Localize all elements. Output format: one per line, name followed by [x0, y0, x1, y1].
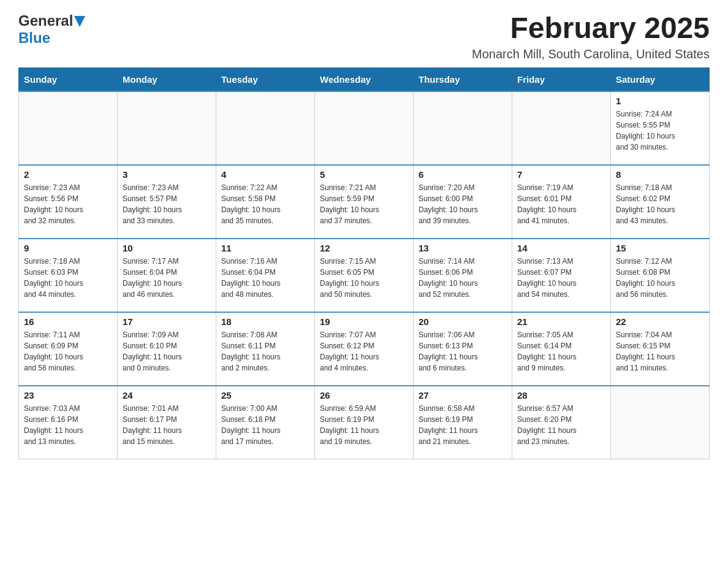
calendar-cell: 4Sunrise: 7:22 AM Sunset: 5:58 PM Daylig…	[216, 165, 315, 239]
day-info: Sunrise: 7:06 AM Sunset: 6:13 PM Dayligh…	[419, 329, 507, 373]
calendar-cell: 26Sunrise: 6:59 AM Sunset: 6:19 PM Dayli…	[315, 386, 414, 459]
day-number: 20	[419, 316, 507, 327]
calendar-table: SundayMondayTuesdayWednesdayThursdayFrid…	[18, 67, 710, 460]
day-info: Sunrise: 7:04 AM Sunset: 6:15 PM Dayligh…	[616, 329, 704, 373]
calendar-cell: 20Sunrise: 7:06 AM Sunset: 6:13 PM Dayli…	[414, 312, 512, 386]
day-number: 24	[123, 390, 211, 400]
calendar-cell: 14Sunrise: 7:13 AM Sunset: 6:07 PM Dayli…	[512, 239, 611, 312]
calendar-cell	[512, 91, 611, 165]
day-info: Sunrise: 6:57 AM Sunset: 6:20 PM Dayligh…	[517, 403, 605, 447]
calendar-cell: 1Sunrise: 7:24 AM Sunset: 5:55 PM Daylig…	[611, 91, 710, 165]
day-info: Sunrise: 7:01 AM Sunset: 6:17 PM Dayligh…	[123, 403, 211, 447]
calendar-cell	[611, 386, 710, 459]
day-number: 9	[24, 243, 112, 253]
day-info: Sunrise: 7:19 AM Sunset: 6:01 PM Dayligh…	[517, 182, 605, 226]
day-info: Sunrise: 7:16 AM Sunset: 6:04 PM Dayligh…	[221, 256, 309, 300]
week-row-2: 2Sunrise: 7:23 AM Sunset: 5:56 PM Daylig…	[19, 165, 710, 239]
calendar-cell: 13Sunrise: 7:14 AM Sunset: 6:06 PM Dayli…	[414, 239, 512, 312]
calendar-cell: 8Sunrise: 7:18 AM Sunset: 6:02 PM Daylig…	[611, 165, 710, 239]
month-title: February 2025	[472, 12, 710, 45]
day-info: Sunrise: 7:20 AM Sunset: 6:00 PM Dayligh…	[419, 182, 507, 226]
day-number: 15	[616, 243, 704, 253]
day-info: Sunrise: 7:23 AM Sunset: 5:56 PM Dayligh…	[24, 182, 112, 226]
calendar-cell: 2Sunrise: 7:23 AM Sunset: 5:56 PM Daylig…	[19, 165, 118, 239]
weekday-header-saturday: Saturday	[611, 67, 710, 91]
day-number: 23	[24, 390, 112, 400]
calendar-cell	[118, 91, 216, 165]
day-number: 14	[517, 243, 605, 253]
logo: General Blue	[18, 12, 85, 47]
calendar-cell: 11Sunrise: 7:16 AM Sunset: 6:04 PM Dayli…	[216, 239, 315, 312]
calendar-cell: 9Sunrise: 7:18 AM Sunset: 6:03 PM Daylig…	[19, 239, 118, 312]
day-number: 2	[24, 169, 112, 180]
day-number: 26	[320, 390, 408, 400]
day-number: 5	[320, 169, 408, 180]
day-info: Sunrise: 7:18 AM Sunset: 6:02 PM Dayligh…	[616, 182, 704, 226]
day-info: Sunrise: 6:59 AM Sunset: 6:19 PM Dayligh…	[320, 403, 408, 447]
day-number: 3	[123, 169, 211, 180]
day-number: 17	[123, 316, 211, 327]
day-number: 11	[221, 243, 309, 253]
svg-marker-0	[74, 16, 85, 27]
weekday-header-monday: Monday	[118, 67, 216, 91]
day-number: 18	[221, 316, 309, 327]
page-header: General Blue February 2025 Monarch Mill,…	[18, 12, 710, 61]
week-row-4: 16Sunrise: 7:11 AM Sunset: 6:09 PM Dayli…	[19, 312, 710, 386]
day-info: Sunrise: 7:15 AM Sunset: 6:05 PM Dayligh…	[320, 256, 408, 300]
day-number: 22	[616, 316, 704, 327]
day-number: 25	[221, 390, 309, 400]
day-number: 6	[419, 169, 507, 180]
weekday-header-tuesday: Tuesday	[216, 67, 315, 91]
calendar-cell: 28Sunrise: 6:57 AM Sunset: 6:20 PM Dayli…	[512, 386, 611, 459]
calendar-cell: 16Sunrise: 7:11 AM Sunset: 6:09 PM Dayli…	[19, 312, 118, 386]
week-row-5: 23Sunrise: 7:03 AM Sunset: 6:16 PM Dayli…	[19, 386, 710, 459]
calendar-cell: 12Sunrise: 7:15 AM Sunset: 6:05 PM Dayli…	[315, 239, 414, 312]
day-info: Sunrise: 7:08 AM Sunset: 6:11 PM Dayligh…	[221, 329, 309, 373]
title-area: February 2025 Monarch Mill, South Caroli…	[472, 12, 710, 61]
weekday-header-friday: Friday	[512, 67, 611, 91]
calendar-cell	[414, 91, 512, 165]
logo-general-text: General	[18, 12, 73, 29]
day-number: 7	[517, 169, 605, 180]
calendar-cell: 10Sunrise: 7:17 AM Sunset: 6:04 PM Dayli…	[118, 239, 216, 312]
calendar-cell: 22Sunrise: 7:04 AM Sunset: 6:15 PM Dayli…	[611, 312, 710, 386]
week-row-1: 1Sunrise: 7:24 AM Sunset: 5:55 PM Daylig…	[19, 91, 710, 165]
day-number: 12	[320, 243, 408, 253]
calendar-cell	[216, 91, 315, 165]
calendar-cell: 23Sunrise: 7:03 AM Sunset: 6:16 PM Dayli…	[19, 386, 118, 459]
day-number: 1	[616, 96, 704, 106]
day-info: Sunrise: 7:18 AM Sunset: 6:03 PM Dayligh…	[24, 256, 112, 300]
calendar-cell: 25Sunrise: 7:00 AM Sunset: 6:18 PM Dayli…	[216, 386, 315, 459]
calendar-cell	[315, 91, 414, 165]
day-info: Sunrise: 7:00 AM Sunset: 6:18 PM Dayligh…	[221, 403, 309, 447]
calendar-cell: 24Sunrise: 7:01 AM Sunset: 6:17 PM Dayli…	[118, 386, 216, 459]
day-number: 28	[517, 390, 605, 400]
day-info: Sunrise: 7:05 AM Sunset: 6:14 PM Dayligh…	[517, 329, 605, 373]
day-info: Sunrise: 7:13 AM Sunset: 6:07 PM Dayligh…	[517, 256, 605, 300]
day-info: Sunrise: 7:07 AM Sunset: 6:12 PM Dayligh…	[320, 329, 408, 373]
calendar-cell: 27Sunrise: 6:58 AM Sunset: 6:19 PM Dayli…	[414, 386, 512, 459]
calendar-cell: 17Sunrise: 7:09 AM Sunset: 6:10 PM Dayli…	[118, 312, 216, 386]
day-info: Sunrise: 7:14 AM Sunset: 6:06 PM Dayligh…	[419, 256, 507, 300]
logo-blue-text: Blue	[18, 29, 50, 47]
day-info: Sunrise: 7:03 AM Sunset: 6:16 PM Dayligh…	[24, 403, 112, 447]
day-number: 16	[24, 316, 112, 327]
calendar-cell: 18Sunrise: 7:08 AM Sunset: 6:11 PM Dayli…	[216, 312, 315, 386]
weekday-header-thursday: Thursday	[414, 67, 512, 91]
day-info: Sunrise: 7:12 AM Sunset: 6:08 PM Dayligh…	[616, 256, 704, 300]
calendar-cell: 6Sunrise: 7:20 AM Sunset: 6:00 PM Daylig…	[414, 165, 512, 239]
day-number: 21	[517, 316, 605, 327]
day-info: Sunrise: 7:24 AM Sunset: 5:55 PM Dayligh…	[616, 109, 704, 153]
calendar-cell: 5Sunrise: 7:21 AM Sunset: 5:59 PM Daylig…	[315, 165, 414, 239]
calendar-cell: 15Sunrise: 7:12 AM Sunset: 6:08 PM Dayli…	[611, 239, 710, 312]
day-number: 13	[419, 243, 507, 253]
weekday-header-row: SundayMondayTuesdayWednesdayThursdayFrid…	[19, 67, 710, 91]
day-info: Sunrise: 6:58 AM Sunset: 6:19 PM Dayligh…	[419, 403, 507, 447]
calendar-cell: 19Sunrise: 7:07 AM Sunset: 6:12 PM Dayli…	[315, 312, 414, 386]
calendar-cell: 21Sunrise: 7:05 AM Sunset: 6:14 PM Dayli…	[512, 312, 611, 386]
day-number: 8	[616, 169, 704, 180]
day-info: Sunrise: 7:11 AM Sunset: 6:09 PM Dayligh…	[24, 329, 112, 373]
day-info: Sunrise: 7:21 AM Sunset: 5:59 PM Dayligh…	[320, 182, 408, 226]
day-number: 10	[123, 243, 211, 253]
calendar-cell: 3Sunrise: 7:23 AM Sunset: 5:57 PM Daylig…	[118, 165, 216, 239]
